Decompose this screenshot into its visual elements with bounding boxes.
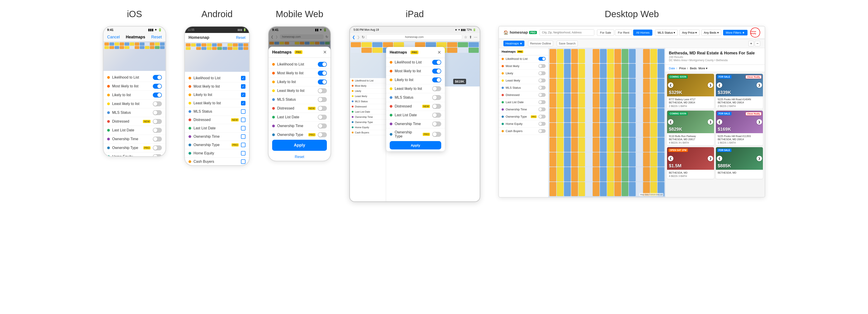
ipad-apply-btn[interactable]: Apply — [390, 141, 441, 149]
ipad-sidebar-item[interactable]: Most likely — [350, 83, 386, 89]
ipad-forward-icon[interactable]: ❯ — [357, 35, 360, 39]
heatmap-list-item[interactable]: Last List Date — [269, 113, 331, 122]
desktop-sidebar-item[interactable]: Ownership Time — [499, 106, 548, 113]
heatmap-list-item[interactable]: MLS Status — [269, 95, 331, 104]
heatmap-toggle[interactable] — [432, 113, 441, 117]
heatmap-toggle[interactable] — [153, 145, 162, 150]
heatmap-toggle[interactable] — [432, 86, 441, 91]
heatmap-list-item[interactable]: MLS Status — [185, 107, 249, 116]
desktop-heatmap-toggle[interactable] — [538, 93, 546, 97]
heatmap-list-item[interactable]: DistressedNEW — [185, 116, 249, 124]
ipad-sidebar-item[interactable]: Last List Date — [350, 109, 386, 114]
ios-reset-btn[interactable]: Reset — [151, 35, 162, 39]
heatmap-list-item[interactable]: Most likely to list✓ — [185, 82, 249, 91]
desktop-sidebar-item[interactable]: Last List Date — [499, 99, 548, 106]
heatmap-toggle[interactable] — [153, 84, 162, 89]
heatmap-list-item[interactable]: Likelihood to List✓ — [185, 74, 249, 82]
heatmap-list-item[interactable]: Last List Date — [185, 124, 249, 133]
sort-price[interactable]: Price ↑ — [679, 67, 688, 70]
heatmap-checkbox[interactable] — [241, 143, 246, 147]
modal-close-btn[interactable]: ✕ — [323, 49, 327, 55]
desktop-heatmap-toggle[interactable] — [538, 100, 546, 104]
ios-cancel-btn[interactable]: Cancel — [107, 35, 120, 39]
tab-for-sale[interactable]: For Sale — [597, 30, 614, 36]
heatmap-list-item[interactable]: Ownership TypePRO — [386, 129, 445, 139]
heatmap-list-item[interactable]: Home Equity — [103, 152, 165, 157]
ipad-menu-icon[interactable]: ⋯ — [474, 35, 477, 39]
desktop-heatmap-toggle[interactable] — [538, 115, 546, 118]
heatmap-checkbox[interactable] — [241, 126, 246, 131]
desktop-heatmap-toggle[interactable] — [538, 129, 546, 133]
heatmap-checkbox[interactable]: ✓ — [241, 101, 246, 105]
desktop-heatmap-toggle[interactable] — [538, 122, 546, 126]
desktop-sidebar-item[interactable]: Most likely — [499, 63, 548, 70]
ipad-sidebar-item[interactable]: Likelihood to List — [350, 78, 386, 83]
mobile-web-apply-btn[interactable]: Apply — [272, 140, 327, 151]
heatmap-checkbox[interactable]: ✓ — [241, 76, 246, 80]
ipad-sidebar-item[interactable]: Ownership Time — [350, 114, 386, 119]
heatmap-list-item[interactable]: Least likely to list — [269, 86, 331, 95]
heatmap-list-item[interactable]: DistressedNEW — [386, 102, 445, 111]
heatmap-checkbox[interactable] — [241, 109, 246, 114]
heatmap-list-item[interactable]: MLS Status — [386, 93, 445, 102]
listing-card[interactable]: FOR SALE$885K❮❯BETHESDA, MD — [716, 147, 763, 179]
heatmap-list-item[interactable]: Least likely to list — [103, 100, 165, 108]
mls-status-dropdown[interactable]: MLS Status ▾ — [655, 30, 678, 36]
heatmap-list-item[interactable]: Ownership Time — [185, 133, 249, 141]
heatmap-toggle[interactable] — [432, 132, 441, 137]
heatmap-toggle[interactable] — [432, 104, 441, 109]
desktop-heatmap-toggle[interactable] — [538, 78, 546, 82]
heatmap-toggle[interactable] — [318, 79, 327, 84]
heatmap-list-item[interactable]: DistressedNEW — [103, 117, 165, 126]
heatmaps-sub-btn[interactable]: Heatmaps ★ — [503, 41, 524, 46]
heatmap-list-item[interactable]: Ownership TypePRO — [103, 144, 165, 152]
desktop-sidebar-item[interactable]: Least likely — [499, 77, 548, 84]
desktop-heatmap-toggle[interactable] — [538, 107, 546, 111]
heatmap-checkbox[interactable] — [241, 117, 246, 122]
listing-next-btn[interactable]: ❯ — [756, 82, 762, 88]
listing-prev-btn[interactable]: ❮ — [717, 156, 722, 161]
zoom-in-btn[interactable]: + — [748, 41, 754, 46]
tab-for-rent[interactable]: For Rent — [615, 30, 632, 36]
heatmap-toggle[interactable] — [153, 93, 162, 98]
ipad-reload-icon[interactable]: ↻ — [362, 35, 365, 39]
ipad-sidebar-item[interactable]: Likely — [350, 89, 386, 94]
sort-date[interactable]: Date ↑ — [669, 67, 677, 70]
heatmap-toggle[interactable] — [318, 88, 327, 93]
heatmap-toggle[interactable] — [432, 77, 441, 82]
heatmap-list-item[interactable]: Likelihood to List — [103, 73, 165, 82]
desktop-sidebar-item[interactable]: Cash Buyers — [499, 128, 548, 135]
heatmap-toggle[interactable] — [153, 110, 162, 115]
heatmap-checkbox[interactable] — [241, 134, 246, 139]
heatmap-checkbox[interactable]: ✓ — [241, 93, 246, 97]
heatmap-toggle[interactable] — [318, 97, 327, 102]
heatmap-checkbox[interactable]: ✓ — [241, 84, 246, 89]
ipad-modal-close-btn[interactable]: ✕ — [437, 50, 441, 55]
heatmap-list-item[interactable]: Likely to list — [103, 91, 165, 100]
heatmap-list-item[interactable]: Least likely to list — [386, 84, 445, 93]
listing-card[interactable]: FOR SALEClever Realty$169K❮❯5225 Pooks H… — [716, 111, 763, 146]
heatmap-toggle[interactable] — [153, 101, 162, 106]
heatmap-list-item[interactable]: Home Equity — [185, 149, 249, 158]
any-price-dropdown[interactable]: Any Price ▾ — [680, 30, 700, 36]
heatmap-toggle[interactable] — [153, 128, 162, 133]
save-search-btn[interactable]: Save Search — [557, 41, 578, 46]
heatmap-list-item[interactable]: DistressedNEW — [269, 104, 331, 113]
remove-outline-btn[interactable]: Remove Outline — [528, 41, 553, 46]
heatmap-toggle[interactable] — [318, 106, 327, 111]
desktop-heatmap-toggle[interactable] — [538, 57, 546, 61]
desktop-search-input[interactable] — [540, 30, 594, 35]
heatmap-toggle[interactable] — [153, 154, 162, 157]
heatmap-list-item[interactable]: Likelihood to List — [269, 60, 331, 69]
heatmap-toggle[interactable] — [318, 115, 327, 119]
desktop-sidebar-item[interactable]: Likely — [499, 70, 548, 77]
zoom-out-btn[interactable]: − — [755, 41, 760, 46]
desktop-heatmap-toggle[interactable] — [538, 86, 546, 90]
ipad-sidebar-item[interactable]: Distressed — [350, 104, 386, 109]
heatmap-toggle[interactable] — [153, 75, 162, 80]
heatmap-list-item[interactable]: Likelihood to List — [386, 58, 445, 67]
heatmap-toggle[interactable] — [432, 60, 441, 65]
ipad-sidebar-item[interactable]: Home Equity — [350, 125, 386, 130]
heatmap-list-item[interactable]: Ownership Time — [386, 119, 445, 129]
heatmap-list-item[interactable]: Likely to list — [269, 78, 331, 86]
